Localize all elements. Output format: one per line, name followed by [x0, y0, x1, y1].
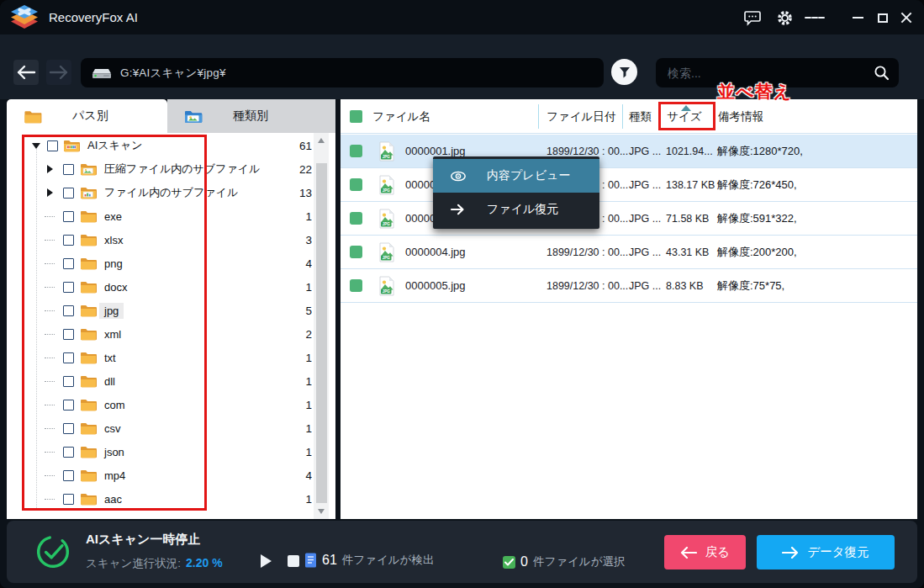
settings-button[interactable] — [774, 8, 795, 28]
maximize-button[interactable] — [873, 8, 893, 28]
back-button[interactable]: 戻る — [664, 535, 746, 569]
selected-count: 0 — [520, 554, 528, 569]
column-type[interactable]: 種類 — [629, 99, 652, 134]
current-path: G:¥AIスキャン¥jpg¥ — [120, 66, 226, 81]
jpg-file-icon — [378, 209, 395, 229]
jpg-file-icon — [378, 276, 395, 296]
tree-item-png[interactable]: png 4 — [7, 252, 335, 275]
hard-drive-icon — [92, 66, 112, 81]
tree-checkbox[interactable] — [63, 258, 74, 269]
tree-item-zip-subfiles[interactable]: 圧縮ファイル内のサブファイル 22 — [7, 157, 335, 181]
file-checkbox[interactable] — [350, 212, 362, 225]
arrow-right-icon — [450, 203, 467, 216]
column-divider — [538, 104, 539, 129]
scroll-up-icon[interactable] — [318, 138, 325, 143]
back-nav-button[interactable] — [13, 60, 39, 85]
tree-checkbox[interactable] — [63, 376, 74, 387]
file-checkbox[interactable] — [350, 145, 362, 157]
search-input[interactable] — [668, 66, 857, 80]
resume-scan-button[interactable] — [261, 554, 272, 568]
file-row[interactable]: 0000003.jpg 1899/12/30 : 00... JPG ... 7… — [341, 202, 917, 236]
file-checkbox[interactable] — [350, 279, 362, 292]
menu-item-preview[interactable]: 内容プレビュー — [433, 159, 599, 193]
file-row[interactable]: 0000001.jpg 1899/12/30 : 00... JPG ... 1… — [341, 135, 917, 168]
tab-label: 種類別 — [233, 109, 268, 124]
main-menu-button[interactable] — [805, 8, 825, 28]
data-recover-button[interactable]: データ復元 — [757, 535, 895, 569]
tree-checkbox[interactable] — [63, 282, 74, 293]
tree-checkbox[interactable] — [63, 305, 74, 316]
file-list: ファイル名 ファイル日付 種類 サイズ 備考情報 0000001.jpg 189… — [341, 99, 917, 519]
close-button[interactable] — [896, 8, 916, 28]
tree-item-dll[interactable]: dll 1 — [7, 369, 335, 393]
tree-item-csv[interactable]: csv 1 — [7, 416, 335, 440]
tree-checkbox[interactable] — [63, 211, 74, 222]
file-remark: 解像度:1280*720, — [717, 135, 803, 168]
app-logo-icon — [8, 3, 40, 32]
tree-scrollbar[interactable] — [314, 133, 329, 519]
tree-stub — [45, 499, 55, 500]
tree-label: json — [104, 446, 124, 458]
expand-icon[interactable] — [45, 188, 55, 197]
file-row[interactable]: 0000005.jpg 1899/12/30 : 00... JPG ... 8… — [341, 269, 917, 303]
collapse-icon[interactable] — [30, 143, 42, 149]
tree-checkbox[interactable] — [63, 188, 74, 199]
file-type: JPG ... — [629, 236, 661, 269]
tree-item-com[interactable]: com 1 — [7, 393, 335, 416]
tree-item-xlsx[interactable]: xlsx 3 — [7, 228, 335, 252]
tree-item-xml[interactable]: xml 2 — [7, 322, 335, 346]
file-list-header: ファイル名 ファイル日付 種類 サイズ 備考情報 — [341, 99, 917, 134]
tree-item-aac[interactable]: aac 1 — [7, 487, 335, 511]
tree-label: png — [104, 257, 123, 270]
tree-label: ファイル内のサブファイル — [104, 185, 238, 200]
tree-checkbox[interactable] — [63, 164, 74, 175]
context-menu: 内容プレビュー ファイル復元 — [433, 156, 599, 229]
tree-checkbox[interactable] — [63, 423, 74, 434]
tab-by-path[interactable]: パス別 — [7, 99, 167, 133]
tree-checkbox[interactable] — [47, 140, 58, 151]
tree-item-json[interactable]: json 1 — [7, 440, 335, 464]
tree-item-mp4[interactable]: mp4 4 — [7, 464, 335, 487]
search-icon[interactable] — [874, 65, 890, 81]
file-checkbox[interactable] — [350, 178, 362, 191]
tree-checkbox[interactable] — [63, 352, 74, 363]
tree-item-aiscan[interactable]: AIスキャン 61 — [7, 134, 335, 157]
scroll-down-icon[interactable] — [318, 509, 325, 514]
file-name: 0000004.jpg — [405, 236, 466, 269]
tree-checkbox[interactable] — [63, 447, 74, 458]
tree-item-jpg[interactable]: jpg 5 — [7, 299, 335, 322]
column-divider — [622, 104, 623, 129]
file-row[interactable]: 0000004.jpg 1899/12/30 : 00... JPG ... 4… — [341, 236, 917, 269]
tree-checkbox[interactable] — [63, 329, 74, 340]
forward-nav-button[interactable] — [46, 60, 71, 85]
tree-item-exe[interactable]: exe 1 — [7, 204, 335, 228]
expand-icon[interactable] — [45, 165, 55, 173]
tree-checkbox[interactable] — [63, 235, 74, 246]
tree-stub — [45, 475, 55, 476]
tree-item-docx[interactable]: docx 1 — [7, 275, 335, 299]
filter-button[interactable] — [611, 59, 637, 85]
gear-icon — [776, 9, 794, 27]
feedback-chat-button[interactable] — [742, 8, 763, 28]
select-all-checkbox[interactable] — [350, 110, 362, 123]
tree-checkbox[interactable] — [63, 494, 74, 505]
tree-item-txt[interactable]: txt 1 — [7, 346, 335, 369]
scrollbar-thumb[interactable] — [316, 163, 327, 503]
column-remarks[interactable]: 備考情報 — [718, 99, 763, 134]
selected-label: 件ファイルが選択 — [533, 554, 626, 569]
stop-scan-button[interactable] — [288, 555, 299, 567]
file-row[interactable]: 0000002.jpg 1899/12/30 : 00... JPG ... 1… — [341, 168, 917, 202]
tab-by-type[interactable]: 種類別 — [167, 99, 335, 133]
file-checkbox[interactable] — [350, 246, 362, 258]
tree-item-file-subfiles[interactable]: ファイル内のサブファイル 13 — [7, 181, 335, 204]
column-filedate[interactable]: ファイル日付 — [546, 99, 615, 134]
tree-checkbox[interactable] — [63, 400, 74, 411]
status-bar: AIスキャン一時停止 スキャン進行状況:2.20 % 61 件ファイルが検出 0… — [7, 521, 917, 583]
tree-checkbox[interactable] — [63, 470, 74, 481]
minimize-button[interactable] — [847, 8, 868, 28]
path-field[interactable]: G:¥AIスキャン¥jpg¥ — [81, 58, 604, 87]
progress-value: 2.20 % — [186, 556, 223, 569]
column-filename[interactable]: ファイル名 — [372, 99, 430, 134]
file-remark: 解像度:591*322, — [717, 202, 797, 236]
menu-item-restore[interactable]: ファイル復元 — [433, 193, 599, 226]
